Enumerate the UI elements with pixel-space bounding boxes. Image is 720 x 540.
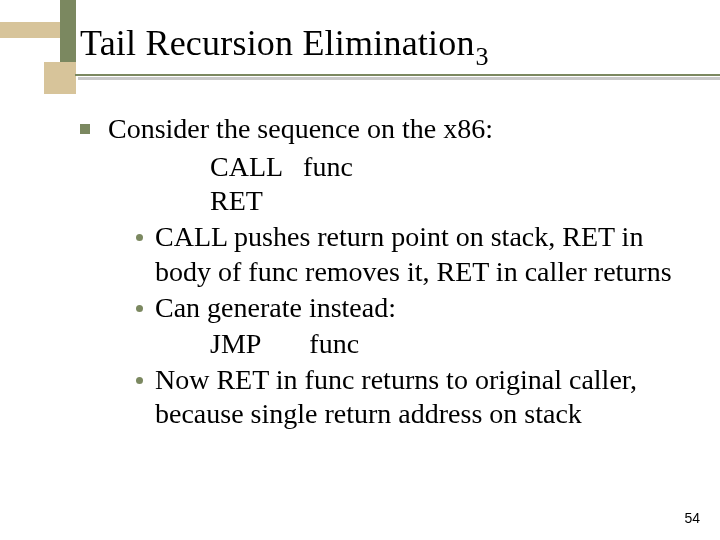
bullet-text: Now RET in func returns to original call… <box>155 363 676 431</box>
heading-text: Consider the sequence on the x86: <box>108 112 493 146</box>
slide-content: Consider the sequence on the x86: CALL f… <box>80 112 676 433</box>
bullet-level2: CALL pushes return point on stack, RET i… <box>136 220 676 288</box>
title-underline <box>75 74 720 76</box>
dot-bullet-icon <box>136 234 143 241</box>
slide-title: Tail Recursion Elimination <box>80 23 475 63</box>
code-block-1: CALL func RET <box>210 150 676 218</box>
dot-bullet-icon <box>136 377 143 384</box>
bullet-text: CALL pushes return point on stack, RET i… <box>155 220 676 288</box>
deco-rect-3 <box>44 62 76 94</box>
square-bullet-icon <box>80 124 90 134</box>
title-underline-shadow <box>78 77 720 80</box>
bullet-level2: Now RET in func returns to original call… <box>136 363 676 431</box>
code-block-2: JMP func <box>210 327 676 361</box>
slide-title-subscript: 3 <box>476 42 489 71</box>
page-number: 54 <box>684 510 700 526</box>
code-line: JMP func <box>210 327 676 361</box>
code-line: CALL func <box>210 150 676 184</box>
sub-list: CALL func RET CALL pushes return point o… <box>136 150 676 431</box>
deco-rect-1 <box>0 22 60 38</box>
slide-title-wrap: Tail Recursion Elimination3 <box>80 22 690 66</box>
dot-bullet-icon <box>136 305 143 312</box>
bullet-text: Can generate instead: <box>155 291 396 325</box>
bullet-level2: Can generate instead: <box>136 291 676 325</box>
bullet-level1: Consider the sequence on the x86: <box>80 112 676 146</box>
code-line: RET <box>210 184 676 218</box>
